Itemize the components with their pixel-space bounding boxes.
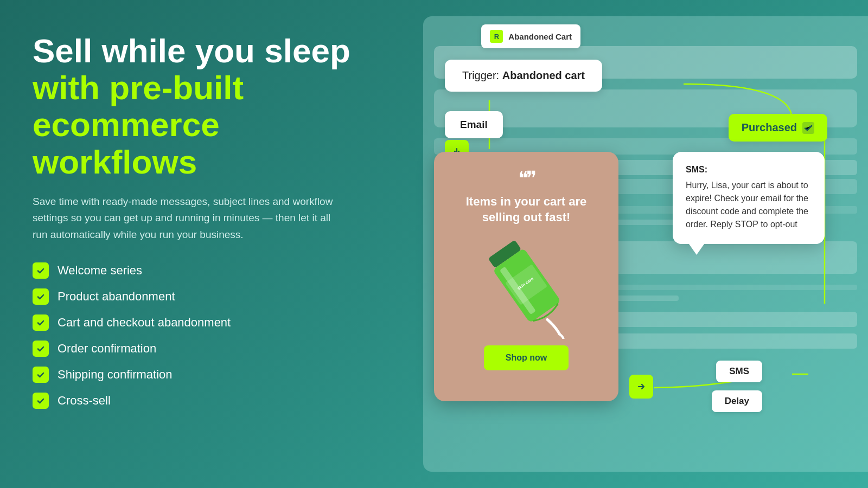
arrow-icon-box xyxy=(629,375,653,399)
list-item-label: Order confirmation xyxy=(58,342,156,356)
sms-popup-message: Hurry, Lisa, your cart is about to expir… xyxy=(686,179,812,231)
list-item-label: Shipping confirmation xyxy=(58,368,173,382)
check-icon xyxy=(33,262,49,279)
right-panel: R Abandoned Cart Trigger: Abandoned cart… xyxy=(380,0,868,488)
list-item: Product abandonment xyxy=(33,288,369,305)
email-box: Email xyxy=(445,111,503,138)
svg-rect-0 xyxy=(36,266,46,275)
check-icon xyxy=(33,341,49,357)
list-item-label: Cross-sell xyxy=(58,394,111,408)
trigger-label: Trigger: xyxy=(462,69,499,81)
svg-rect-5 xyxy=(36,396,46,406)
list-item: Cart and checkout abandonment xyxy=(33,314,369,331)
skincare-tube-svg: skin care xyxy=(461,230,591,339)
email-label: Email xyxy=(460,119,488,130)
list-item-label: Product abandonment xyxy=(58,290,175,304)
purchased-badge: Purchased xyxy=(729,114,827,142)
sms-node: SMS xyxy=(716,361,762,382)
headline-line4: workflows xyxy=(33,143,197,181)
headline: Sell while you sleep with pre-built ecom… xyxy=(33,33,369,181)
shop-now-button[interactable]: Shop now xyxy=(484,345,569,370)
list-item: Welcome series xyxy=(33,262,369,279)
sms-node-label: SMS xyxy=(729,366,749,376)
list-item: Order confirmation xyxy=(33,341,369,357)
list-item: Shipping confirmation xyxy=(33,367,369,383)
arrow-right-icon xyxy=(634,380,648,394)
abandoned-cart-label: Abandoned Cart xyxy=(508,32,572,41)
headline-line3: ecommerce xyxy=(33,106,220,143)
list-item-label: Welcome series xyxy=(58,264,142,278)
check-icon xyxy=(33,393,49,409)
list-item-label: Cart and checkout abandonment xyxy=(58,316,231,330)
headline-line1: Sell while you sleep xyxy=(33,32,350,69)
check-icon xyxy=(33,314,49,331)
sms-popup: SMS: Hurry, Lisa, your cart is about to … xyxy=(673,152,825,244)
check-icon xyxy=(33,288,49,305)
product-card-image: skin care xyxy=(461,230,591,339)
purchased-check-icon xyxy=(802,122,814,134)
trigger-box: Trigger: Abandoned cart xyxy=(445,60,602,92)
svg-rect-4 xyxy=(36,370,46,380)
sms-popup-label: SMS: xyxy=(686,165,812,175)
svg-rect-3 xyxy=(36,344,46,354)
subtext: Save time with ready-made messages, subj… xyxy=(33,194,347,243)
product-card-quotes: ❝❞ xyxy=(518,167,534,190)
delay-node-label: Delay xyxy=(725,396,749,406)
abandoned-cart-header: R Abandoned Cart xyxy=(481,24,580,48)
purchased-label: Purchased xyxy=(742,121,797,134)
check-icon xyxy=(33,367,49,383)
list-item: Cross-sell xyxy=(33,393,369,409)
headline-line2: with pre-built xyxy=(33,69,244,106)
delay-node: Delay xyxy=(712,390,762,412)
product-card-title: Items in your cart are selling out fast! xyxy=(434,194,618,225)
product-card: ❝❞ Items in your cart are selling out fa… xyxy=(434,152,618,401)
svg-rect-2 xyxy=(36,318,46,328)
trigger-value: Abandoned cart xyxy=(502,69,585,81)
checklist: Welcome series Product abandonment Cart … xyxy=(33,262,369,409)
left-panel: Sell while you sleep with pre-built ecom… xyxy=(33,33,369,409)
svg-rect-1 xyxy=(36,292,46,301)
abandoned-cart-icon: R xyxy=(490,30,503,43)
